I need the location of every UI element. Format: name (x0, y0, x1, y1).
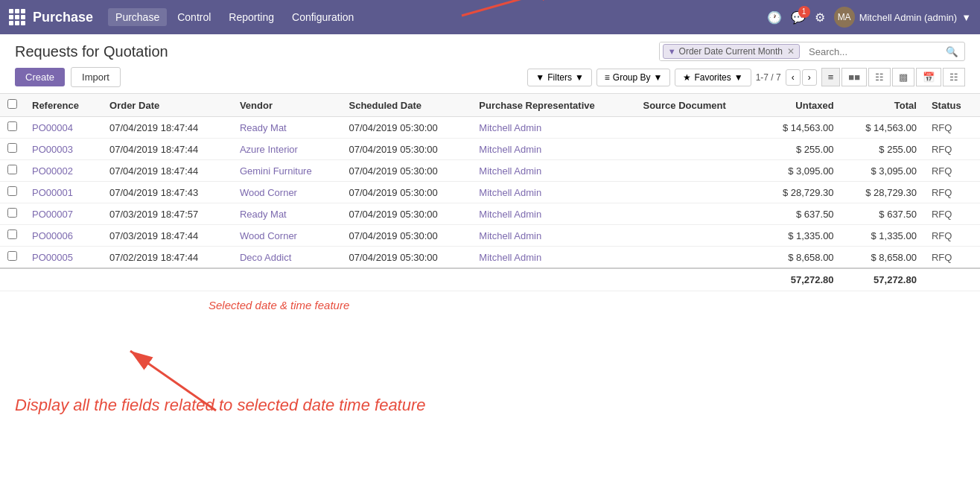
select-all-checkbox-header[interactable] (0, 94, 25, 117)
list-view-button[interactable]: ≡ (821, 68, 841, 86)
row-vendor[interactable]: Azure Interior (232, 139, 342, 160)
row-untaxed: $ 28,729.30 (758, 182, 841, 203)
row-rep[interactable]: Mitchell Admin (471, 247, 635, 269)
filter-tag-icon: ▼ (668, 47, 676, 56)
row-source (636, 160, 759, 182)
col-source-document[interactable]: Source Document (636, 94, 759, 117)
row-checkbox[interactable] (7, 165, 17, 174)
import-button[interactable]: Import (71, 67, 121, 87)
brand-label: Purchase (33, 10, 93, 25)
col-vendor[interactable]: Vendor (232, 94, 342, 117)
row-vendor[interactable]: Ready Mat (232, 203, 342, 225)
search-button[interactable]: 🔍 (940, 43, 964, 60)
select-all-checkbox[interactable] (7, 99, 17, 109)
row-checkbox-cell[interactable] (0, 117, 25, 139)
row-rep[interactable]: Mitchell Admin (471, 182, 635, 203)
filter-icon: ▼ (535, 72, 544, 83)
col-total[interactable]: Total (841, 94, 924, 117)
next-page-button[interactable]: › (802, 69, 817, 86)
nav-reporting[interactable]: Reporting (221, 8, 281, 26)
row-checkbox-cell[interactable] (0, 225, 25, 247)
kanban-view-button[interactable]: ■■ (841, 68, 867, 86)
row-scheduled-date: 07/04/2019 05:30:00 (342, 139, 472, 160)
table-row: PO00005 07/02/2019 18:47:44 Deco Addict … (0, 247, 980, 269)
row-order-date: 07/04/2019 18:47:44 (102, 139, 232, 160)
create-button[interactable]: Create (15, 68, 65, 86)
table-footer-row: 57,272.80 57,272.80 (0, 268, 980, 291)
row-checkbox-cell[interactable] (0, 160, 25, 182)
row-source (636, 139, 759, 160)
row-checkbox-cell[interactable] (0, 139, 25, 160)
filter-tag-label: Order Date Current Month (679, 46, 783, 57)
col-untaxed[interactable]: Untaxed (758, 94, 841, 117)
row-vendor[interactable]: Ready Mat (232, 117, 342, 139)
row-reference[interactable]: PO00002 (25, 160, 102, 182)
col-scheduled-date[interactable]: Scheduled Date (342, 94, 472, 117)
row-reference[interactable]: PO00004 (25, 117, 102, 139)
annotation-label-1: Selected date & time feature (209, 299, 349, 311)
row-reference[interactable]: PO00003 (25, 139, 102, 160)
row-scheduled-date: 07/04/2019 05:30:00 (342, 225, 472, 247)
annotation-area: Selected date & time feature Display all… (0, 291, 980, 463)
nav-purchase[interactable]: Purchase (108, 8, 167, 26)
pivot-view-button[interactable]: ☷ (943, 68, 965, 86)
row-vendor[interactable]: Gemini Furniture (232, 160, 342, 182)
row-vendor[interactable]: Deco Addict (232, 247, 342, 269)
user-menu[interactable]: MA Mitchell Admin (admin) ▼ (834, 7, 971, 28)
row-reference[interactable]: PO00001 (25, 182, 102, 203)
row-checkbox-cell[interactable] (0, 203, 25, 225)
star-icon: ★ (683, 72, 691, 83)
group-by-icon: ≡ (605, 72, 610, 83)
col-status[interactable]: Status (924, 94, 980, 117)
row-rep[interactable]: Mitchell Admin (471, 160, 635, 182)
brand[interactable]: Purchase (9, 9, 93, 25)
filter-tag-close[interactable]: ✕ (787, 46, 795, 57)
row-checkbox-cell[interactable] (0, 247, 25, 269)
filter-tag[interactable]: ▼ Order Date Current Month ✕ (663, 44, 800, 59)
row-vendor[interactable]: Wood Corner (232, 225, 342, 247)
table-row: PO00007 07/03/2019 18:47:57 Ready Mat 07… (0, 203, 980, 225)
row-rep[interactable]: Mitchell Admin (471, 139, 635, 160)
row-checkbox-cell[interactable] (0, 182, 25, 203)
col-reference[interactable]: Reference (25, 94, 102, 117)
search-input[interactable] (803, 43, 940, 60)
clock-icon[interactable]: 🕐 (767, 10, 782, 25)
row-checkbox[interactable] (7, 143, 17, 153)
row-rep[interactable]: Mitchell Admin (471, 117, 635, 139)
apps-icon[interactable] (9, 9, 25, 25)
chart-view-button[interactable]: ▩ (892, 68, 914, 86)
favorites-button[interactable]: ★ Favorites ▼ (675, 69, 751, 86)
row-checkbox[interactable] (7, 186, 17, 196)
settings-icon[interactable]: ⚙ (815, 10, 825, 25)
chat-icon[interactable]: 💬 1 (791, 10, 806, 25)
grid-view-button[interactable]: ☷ (868, 68, 891, 86)
col-purchase-rep[interactable]: Purchase Representative (471, 94, 635, 117)
row-order-date: 07/04/2019 18:47:43 (102, 182, 232, 203)
row-order-date: 07/03/2019 18:47:44 (102, 225, 232, 247)
filters-button[interactable]: ▼ Filters ▼ (527, 69, 591, 86)
row-checkbox[interactable] (7, 208, 17, 218)
prev-page-button[interactable]: ‹ (786, 69, 801, 86)
row-rep[interactable]: Mitchell Admin (471, 225, 635, 247)
row-total: $ 28,729.30 (841, 182, 924, 203)
row-reference[interactable]: PO00007 (25, 203, 102, 225)
row-scheduled-date: 07/04/2019 05:30:00 (342, 117, 472, 139)
row-rep[interactable]: Mitchell Admin (471, 203, 635, 225)
col-order-date[interactable]: Order Date (102, 94, 232, 117)
calendar-view-button[interactable]: 📅 (916, 68, 941, 86)
row-checkbox[interactable] (7, 229, 17, 239)
filter-tag-container: ▼ Order Date Current Month ✕ (660, 42, 803, 60)
nav-control[interactable]: Control (170, 8, 218, 26)
nav-configuration[interactable]: Configuration (284, 8, 361, 26)
row-status: RFQ (924, 139, 980, 160)
row-reference[interactable]: PO00006 (25, 225, 102, 247)
data-table: Reference Order Date Vendor Scheduled Da… (0, 93, 980, 291)
pagination-info: 1-7 / 7 (756, 72, 781, 83)
row-checkbox[interactable] (7, 121, 17, 131)
row-reference[interactable]: PO00005 (25, 247, 102, 269)
row-total: $ 255.00 (841, 139, 924, 160)
row-vendor[interactable]: Wood Corner (232, 182, 342, 203)
group-by-button[interactable]: ≡ Group By ▼ (596, 69, 671, 86)
annotation-arrow-2 (0, 306, 596, 455)
row-checkbox[interactable] (7, 251, 17, 261)
